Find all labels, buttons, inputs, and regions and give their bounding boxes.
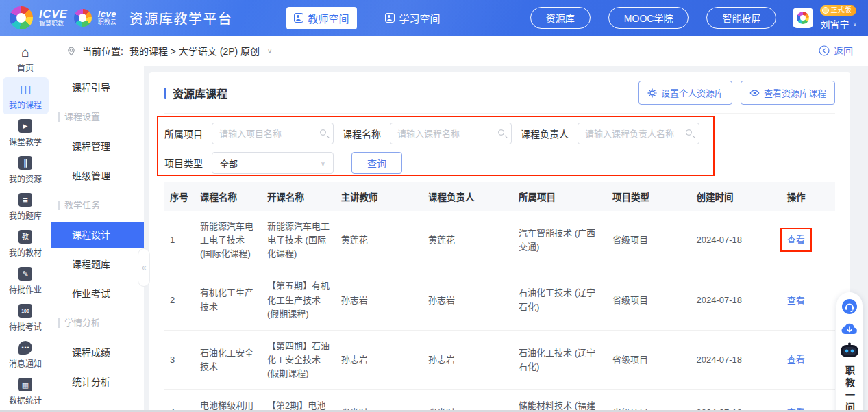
back-button[interactable]: 返回 [819, 44, 853, 57]
user-menu[interactable]: 刘宵宁 ∨ [820, 17, 857, 31]
space-switcher: 教师空间 学习空间 [286, 7, 448, 29]
cell-teacher: 张炎财 [336, 390, 423, 412]
sidebar-item[interactable]: 作业考试 [51, 281, 144, 307]
column-header: 所属项目 [513, 182, 607, 211]
column-header: 项目类型 [607, 182, 691, 211]
sidebar-item[interactable]: 课程管理 [51, 133, 144, 159]
cell-index: 4 [164, 390, 195, 412]
chevron-down-icon: ∨ [321, 159, 325, 167]
textbook-icon [18, 230, 32, 244]
cell-project: 储能材料技术 (福建水利) [513, 390, 607, 412]
rail-item[interactable]: 待批作业 [3, 262, 49, 299]
chevron-down-icon[interactable]: ∨ [267, 47, 272, 55]
avatar[interactable] [793, 8, 813, 28]
sidebar-item[interactable]: 班级管理 [51, 163, 144, 189]
cell-action: 查看 [782, 211, 835, 270]
app-title: 资源库教学平台 [129, 8, 233, 28]
robot-icon[interactable] [839, 342, 860, 359]
sidebar-item[interactable]: 统计分析 [51, 369, 144, 395]
column-header: 创建时间 [691, 182, 781, 211]
user-area: 正式版 刘宵宁 ∨ [793, 5, 857, 31]
sidebar-item[interactable]: 课程题库 [51, 251, 144, 277]
sidebar-item[interactable]: 课程引导 [51, 75, 144, 101]
play-video-icon [18, 119, 32, 133]
cell-project: 汽车智能技术 (广西交通) [513, 211, 607, 270]
icve-zhihuizhijiao-logo: ICVE 智慧职教 [39, 8, 68, 27]
project-name-input[interactable] [212, 123, 334, 144]
cell-action: 查看 [782, 270, 835, 330]
table-row: 1 新能源汽车电工电子技术 (国际化课程) 新能源汽车电工电子技术 (国际化课程… [164, 211, 835, 270]
space-tab[interactable]: 学习空间 [377, 7, 448, 29]
question-bank-icon [18, 193, 32, 207]
rail-item[interactable]: 我的资源 [3, 151, 49, 188]
space-tab[interactable]: 教师空间 [286, 7, 357, 29]
library-icon [18, 156, 32, 170]
cell-open-course-name: 新能源汽车电工电子技术 (国际化课程) [262, 211, 336, 270]
rail-item[interactable]: 待批考试 [3, 299, 49, 336]
cell-open-course-name: 【第2期】电池梯级利用与循环 [262, 390, 336, 412]
column-header: 课程名称 [195, 182, 262, 211]
rail-item[interactable]: 我的题库 [3, 188, 49, 225]
home-icon [18, 45, 32, 59]
view-link[interactable]: 查看 [787, 235, 805, 245]
rail-item[interactable]: 我的教材 [3, 225, 49, 262]
cell-course-leader: 孙志岩 [423, 270, 513, 330]
cell-course-name: 石油化工安全技术 [195, 330, 262, 389]
rail-item[interactable]: 消息通知 [3, 336, 49, 373]
set-personal-repository-button[interactable]: 设置个人资源库 [638, 81, 732, 105]
course-table: 序号 课程名称 开课名称 主讲教师 课程负责人 所属项目 项目类型 [164, 182, 835, 412]
table-row: 4 电池梯级利用与循环 【第2期】电池梯级利用与循环 张炎财 张炎财 储能材料技… [164, 390, 835, 412]
project-type-label: 项目类型 [164, 156, 203, 170]
cell-project: 石油化工技术 (辽宁石化) [513, 330, 607, 389]
app-header: ICVE 智慧职教 icve 职教云 资源库教学平台 教师空间 学习空间 [0, 0, 868, 36]
zhijiao-yiwen-button[interactable]: 职教一问 [845, 365, 854, 412]
breadcrumb-path[interactable]: 我的课程 > 大学语文 (2P) 原创 [129, 44, 260, 57]
view-link[interactable]: 查看 [787, 295, 805, 305]
project-type-select[interactable]: 全部 ∨ [212, 152, 334, 174]
cell-course-name: 有机化工生产技术 [195, 270, 262, 330]
table-row: 3 石油化工安全技术 【第四期】石油化工安全技术 (假期课程) 孙志岩 孙志岩 … [164, 330, 835, 389]
cell-created-time: 2024-07-18 [691, 330, 781, 389]
sidebar-item: 课程设置 [51, 104, 144, 130]
cell-index: 3 [164, 330, 195, 389]
cell-project-type: 省级项目 [607, 270, 691, 330]
sidebar-item[interactable]: 课程设计 [51, 222, 144, 248]
header-pill-button[interactable]: 智能投屏 [706, 7, 776, 29]
course-sidebar: 课程引导 课程设置 课程管理 班级管理 教学任务 课程设计 课程题库 [51, 66, 144, 412]
cell-created-time: 2024-07-18 [691, 270, 781, 330]
cell-course-name: 电池梯级利用与循环 [195, 390, 262, 412]
header-pill-button[interactable]: 资源库 [530, 7, 591, 29]
cell-open-course-name: 【第五期】有机化工生产技术 (假期课程) [262, 270, 336, 330]
course-name-input[interactable] [390, 123, 512, 144]
brand-area: ICVE 智慧职教 icve 职教云 资源库教学平台 [10, 6, 233, 29]
query-button[interactable]: 查询 [351, 152, 402, 174]
statistics-icon [18, 378, 32, 391]
header-pill-button[interactable]: MOOC学院 [608, 7, 689, 29]
customer-service-icon[interactable] [841, 298, 858, 315]
icon-rail: 首页 我的课程 课堂教学 我的资源 我的题库 [0, 36, 51, 412]
page-title: 资源库课程 [164, 85, 227, 101]
cell-project: 石油化工技术 (辽宁石化) [513, 270, 607, 330]
view-link[interactable]: 查看 [787, 355, 805, 365]
cell-project-type: 省级项目 [607, 390, 691, 412]
sidebar-collapse-handle[interactable]: « [138, 248, 150, 287]
gear-icon [647, 88, 657, 98]
sidebar-item: 教学任务 [51, 192, 144, 218]
rail-item[interactable]: 数据统计 [3, 373, 49, 410]
eye-icon [749, 88, 760, 98]
cloud-download-icon[interactable] [841, 321, 858, 336]
rail-item[interactable]: 课堂教学 [3, 114, 49, 151]
homework-icon [18, 267, 32, 281]
main-content: 资源库课程 设置个人资源库 [149, 66, 850, 412]
view-repository-courses-button[interactable]: 查看资源库课程 [741, 81, 835, 105]
course-leader-input[interactable] [578, 123, 699, 144]
cell-course-leader: 黄莲花 [423, 211, 513, 270]
cell-teacher: 黄莲花 [336, 211, 423, 270]
column-header: 课程负责人 [423, 182, 513, 211]
sidebar-item[interactable]: 课程成绩 [51, 339, 144, 365]
card-header: 资源库课程 设置个人资源库 [164, 72, 835, 114]
icve-zhijiaoyun-logo: icve 职教云 [98, 10, 116, 25]
rail-item[interactable]: 首页 [3, 40, 49, 77]
rail-item[interactable]: 我的课程 [3, 77, 49, 114]
cell-created-time: 2024-07-18 [691, 390, 781, 412]
